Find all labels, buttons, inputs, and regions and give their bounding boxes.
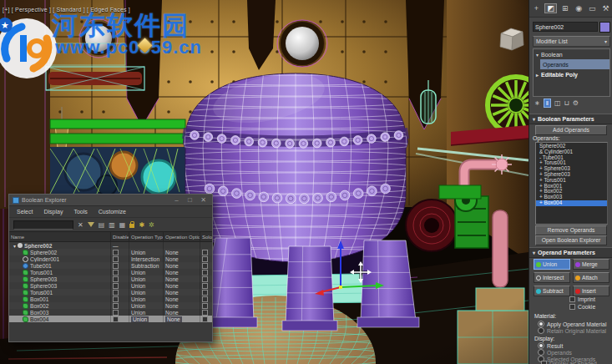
subtract-icon: [536, 289, 541, 294]
table-header: NameDisableOperation TypeOperation Optio…: [9, 231, 212, 242]
stack-toolbar: ∗‖◫⊔⚙: [533, 99, 610, 108]
table-row[interactable]: Sphere003UnionNone: [9, 282, 212, 289]
hierarchy-tab[interactable]: ⊞: [559, 4, 570, 13]
configure-sets-icon[interactable]: ⚙: [573, 99, 579, 107]
filter-icon[interactable]: [88, 222, 94, 227]
remove-operands-button[interactable]: Remove Operands: [535, 225, 607, 235]
column-header-name[interactable]: Name: [9, 232, 110, 241]
cookie-checkbox[interactable]: Cookie: [569, 304, 595, 310]
table-row[interactable]: Tube001SubtractionNone: [9, 262, 212, 269]
object-name-field[interactable]: Sphere002: [533, 22, 598, 32]
show-end-result-icon[interactable]: ‖: [544, 99, 551, 108]
chevron-down-icon: ▾: [533, 116, 535, 122]
stack-item-operands[interactable]: Operands: [540, 59, 609, 69]
operands-label: Operands:: [533, 135, 610, 141]
table-row[interactable]: Sphere003UnionNone: [9, 276, 212, 282]
dialog-title: Boolean Explorer: [22, 197, 169, 203]
radio-apply-operand-material[interactable]: Apply Operand Material: [538, 321, 606, 327]
settings-icon[interactable]: ✱: [139, 221, 144, 229]
display-as-shaded-checkbox[interactable]: Display as Shaded: [541, 361, 597, 364]
menu-select[interactable]: Select: [17, 209, 33, 215]
dialog-toolbar: ✕▤▥▦✱✲: [9, 218, 212, 231]
table-row[interactable]: Torus001UnionNone: [9, 289, 212, 296]
pin-stack-icon[interactable]: ∗: [534, 99, 540, 107]
maximize-button[interactable]: □: [185, 195, 195, 205]
minimize-button[interactable]: –: [171, 195, 182, 205]
checkbox-icon: [569, 304, 575, 310]
table-row[interactable]: Box004UnionNone: [9, 316, 212, 322]
make-unique-icon[interactable]: ◫: [554, 99, 561, 107]
intersect-icon: [536, 276, 541, 281]
table-row[interactable]: Box002UnionNone: [9, 302, 212, 309]
table-row[interactable]: Sphere002UnionNone: [9, 249, 212, 255]
imprint-checkbox[interactable]: Imprint: [569, 296, 595, 302]
close-button[interactable]: ✕: [198, 195, 209, 205]
remove-modifier-icon[interactable]: ⊔: [564, 99, 569, 107]
radio-result[interactable]: Result: [538, 342, 563, 349]
menu-display[interactable]: Display: [43, 209, 63, 215]
chevron-down-icon: ▾: [604, 38, 607, 44]
modifier-list-dropdown[interactable]: Modifier List ▾: [533, 36, 610, 47]
insert-button[interactable]: Insert: [573, 286, 609, 296]
utilities-tab[interactable]: ⚒: [600, 4, 611, 13]
table-row[interactable]: Box001UnionNone: [9, 296, 212, 302]
radio-operands[interactable]: Operands: [538, 349, 572, 356]
stack-item-editable-poly[interactable]: ▸Editable Poly: [534, 69, 609, 79]
modify-tab[interactable]: ◩: [544, 3, 557, 13]
dialog-titlebar[interactable]: Boolean Explorer – □ ✕: [9, 195, 212, 206]
operands-list[interactable]: Sphere002& Cylinder001- Tube001+ Torus00…: [535, 142, 608, 225]
chevron-down-icon: ▾: [533, 250, 535, 255]
material-label: Material:: [534, 313, 556, 319]
operation-buttons: UnionMergeIntersectAttachSubtractInsert: [534, 259, 609, 296]
union-button[interactable]: Union: [534, 259, 570, 270]
table-row[interactable]: Box003UnionNone: [9, 309, 212, 316]
merge-button[interactable]: Merge: [573, 259, 609, 270]
table-row[interactable]: Cylinder001IntersectionNone: [9, 255, 212, 262]
operand-item[interactable]: + Box004: [536, 200, 607, 206]
column-header-disable[interactable]: Disable: [110, 232, 129, 241]
lock-icon[interactable]: [129, 224, 134, 228]
column-header-operation-type[interactable]: Operation Type: [129, 232, 163, 241]
search-input[interactable]: [13, 220, 73, 230]
display-label: Display:: [534, 336, 554, 341]
command-panel-tabs: +◩⊞◉▭⚒: [529, 0, 612, 18]
viewport-label[interactable]: [+] [ Perspective ] [ Standard ] [ Edged…: [3, 7, 130, 13]
clear-icon[interactable]: ✕: [78, 221, 83, 229]
table-row[interactable]: Torus001UnionNone: [9, 269, 212, 276]
customize-icon[interactable]: ✲: [149, 221, 154, 229]
tree-view-icon[interactable]: ▥: [109, 221, 115, 229]
attach-icon: [575, 276, 580, 281]
modifier-stack: ▾BooleanOperands▸Editable Poly: [533, 48, 610, 97]
attach-button[interactable]: Attach: [573, 272, 609, 283]
column-header-solo[interactable]: Solo: [200, 232, 212, 241]
open-boolean-explorer-button[interactable]: Open Boolean Explorer: [535, 235, 607, 245]
dialog-menubar: SelectDisplayToolsCustomize: [9, 206, 212, 218]
column-header-operation-option[interactable]: Operation Option: [163, 232, 200, 241]
union-icon: [536, 262, 541, 267]
table-rows: ▾Sphere002—Sphere002UnionNoneCylinder001…: [9, 242, 212, 322]
menu-customize[interactable]: Customize: [99, 209, 126, 215]
grid-view-icon[interactable]: ▦: [119, 221, 126, 229]
radio-icon: [538, 321, 544, 327]
list-view-icon[interactable]: ▤: [99, 221, 105, 229]
display-tab[interactable]: ▭: [587, 4, 598, 13]
checkbox-icon: [569, 296, 575, 302]
rollout-operand-parameters[interactable]: ▾ Operand Parameters: [529, 247, 612, 258]
boolean-explorer-dialog: Boolean Explorer – □ ✕ SelectDisplayTool…: [8, 194, 213, 342]
checkbox-icon: [541, 361, 547, 364]
intersect-button[interactable]: Intersect: [534, 272, 570, 283]
add-operands-button[interactable]: Add Operands: [535, 125, 607, 135]
subtract-button[interactable]: Subtract: [534, 286, 570, 296]
object-color-swatch[interactable]: [599, 22, 610, 33]
menu-tools[interactable]: Tools: [73, 209, 87, 215]
radio-icon: [538, 349, 544, 356]
table-row[interactable]: ▾Sphere002—: [9, 242, 212, 249]
radio-icon: [538, 342, 544, 349]
dialog-icon: [13, 197, 19, 204]
rollout-boolean-parameters[interactable]: ▾ Boolean Parameters: [529, 114, 612, 124]
create-tab[interactable]: +: [531, 4, 542, 13]
radio-retain-original-material[interactable]: Retain Original Material: [538, 327, 606, 334]
stack-item-boolean[interactable]: ▾Boolean: [534, 49, 609, 59]
motion-tab[interactable]: ◉: [574, 4, 584, 13]
merge-icon: [575, 262, 580, 267]
